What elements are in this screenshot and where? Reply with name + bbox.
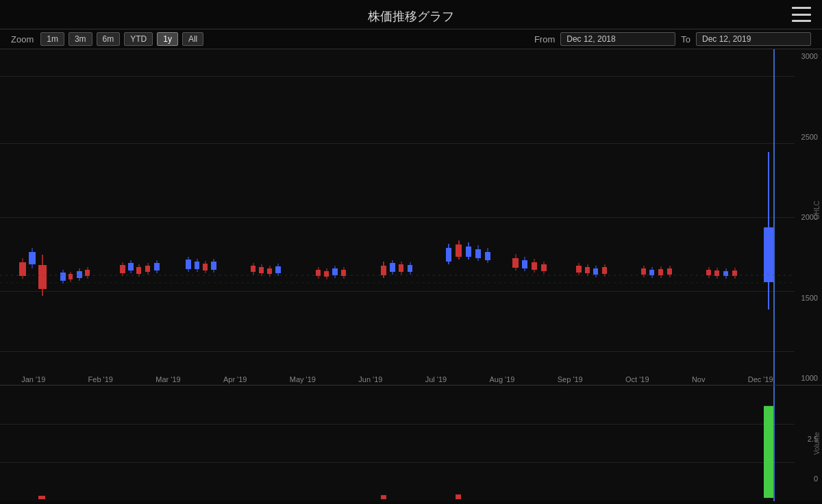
x-label-jan: Jan '19	[21, 375, 45, 383]
page-title: 株価推移グラフ	[368, 10, 454, 23]
to-date-input[interactable]	[696, 32, 811, 46]
y-label-1500: 1500	[796, 294, 821, 302]
x-label-may: May '19	[290, 375, 316, 383]
toolbar: Zoom 1m 3m 6m YTD 1y All From To	[0, 29, 822, 49]
from-label: From	[534, 34, 555, 45]
zoom-1y-button[interactable]: 1y	[157, 32, 178, 46]
page-header: 株価推移グラフ	[0, 0, 822, 29]
y-label-2500: 2500	[796, 133, 821, 141]
ohlc-svg	[0, 49, 795, 385]
vol-y-label-0: 0	[796, 475, 821, 483]
ohlc-axis-label: OHLC	[813, 201, 821, 220]
x-label-mar: Mar '19	[155, 375, 180, 383]
zoom-6m-button[interactable]: 6m	[97, 32, 121, 46]
zoom-label: Zoom	[11, 34, 34, 45]
volume-bar	[381, 495, 386, 499]
x-label-sep: Sep '19	[558, 375, 583, 383]
x-label-feb: Feb '19	[88, 375, 113, 383]
x-label-oct: Oct '19	[625, 375, 649, 383]
volume-svg	[0, 386, 795, 501]
to-label: To	[681, 34, 690, 45]
volume-bar	[38, 496, 45, 499]
x-label-jun: Jun '19	[358, 375, 382, 383]
date-range: From To	[534, 32, 811, 46]
y-label-1000: 1000	[796, 374, 821, 382]
volume-bar-highlight	[764, 406, 773, 498]
x-label-aug: Aug '19	[489, 375, 514, 383]
volume-chart: 2.5 0 Volume	[0, 385, 822, 501]
zoom-3m-button[interactable]: 3m	[68, 32, 92, 46]
from-date-input[interactable]	[560, 32, 675, 46]
ohlc-x-axis: Jan '19 Feb '19 Mar '19 Apr '19 May '19 …	[0, 375, 795, 383]
x-label-apr: Apr '19	[223, 375, 247, 383]
x-label-dec: Dec '19	[748, 375, 773, 383]
volume-bar	[456, 494, 461, 499]
zoom-all-button[interactable]: All	[182, 32, 203, 46]
volume-axis-label: Volume	[813, 432, 821, 455]
x-label-nov: Nov	[692, 375, 706, 383]
zoom-ytd-button[interactable]: YTD	[124, 32, 153, 46]
y-label-3000: 3000	[796, 52, 821, 60]
menu-icon[interactable]	[792, 7, 811, 22]
ohlc-chart: 3000 2500 2000 1500 1000 OHLC Jan '19 Fe…	[0, 49, 822, 385]
x-label-jul: Jul '19	[425, 375, 447, 383]
zoom-1m-button[interactable]: 1m	[40, 32, 64, 46]
